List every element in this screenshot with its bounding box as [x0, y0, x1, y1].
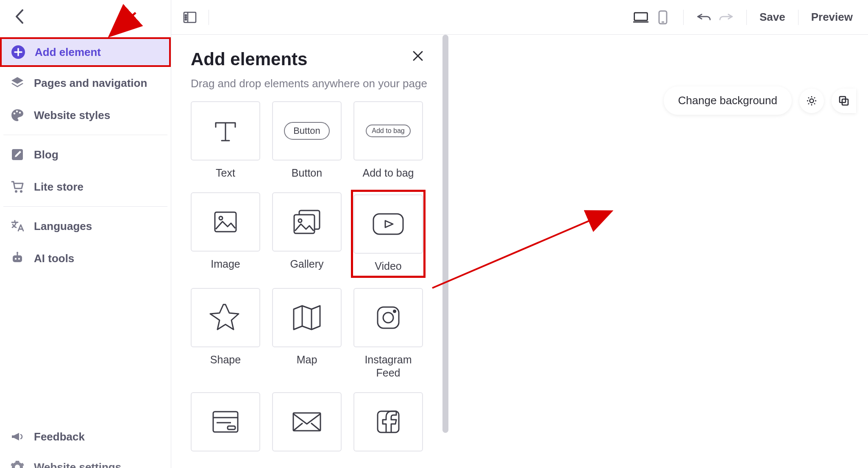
sidebar-item-pages[interactable]: Pages and navigation	[3, 67, 167, 99]
tile-preview	[191, 288, 260, 347]
tile-button[interactable]: Button Button	[272, 101, 342, 180]
canvas[interactable]: Change background	[442, 35, 868, 468]
back-button[interactable]	[12, 9, 27, 24]
tile-gallery[interactable]: Gallery	[272, 192, 342, 275]
panel-title: Add elements	[191, 49, 427, 69]
tile-map[interactable]: Map	[272, 288, 342, 380]
section-settings-button[interactable]	[799, 89, 824, 113]
sidebar-item-blog[interactable]: Blog	[3, 138, 167, 171]
close-panel-button[interactable]	[410, 48, 426, 64]
megaphone-icon	[10, 429, 25, 444]
sidebar-item-label: Pages and navigation	[34, 77, 147, 90]
tile-email[interactable]	[272, 392, 342, 451]
content: Add elements Drag and drop elements anyw…	[171, 35, 868, 468]
svg-point-14	[185, 17, 186, 18]
sidebar-item-ai-tools[interactable]: AI tools	[3, 242, 167, 274]
palette-icon	[10, 108, 25, 122]
layers-icon	[10, 76, 25, 90]
sidebar-item-add-element[interactable]: Add element	[0, 37, 171, 67]
canvas-toolbar: Change background	[664, 86, 856, 115]
svg-rect-25	[373, 214, 403, 234]
tile-form[interactable]	[191, 392, 260, 451]
robot-icon	[10, 251, 25, 266]
save-button[interactable]: Save	[755, 11, 790, 24]
undo-icon[interactable]	[696, 10, 712, 25]
mobile-icon[interactable]	[655, 10, 670, 25]
facebook-icon	[374, 408, 402, 436]
cart-icon	[10, 180, 25, 194]
svg-point-15	[185, 19, 186, 20]
desktop-icon[interactable]	[633, 10, 648, 25]
topbar-left	[182, 10, 209, 25]
email-icon	[290, 410, 324, 434]
scrollbar-thumb[interactable]	[442, 35, 448, 433]
tile-video[interactable]: Video	[351, 190, 426, 277]
history-group	[692, 10, 738, 25]
edit-square-icon	[10, 147, 25, 162]
sidebar-item-languages[interactable]: Languages	[3, 210, 167, 242]
map-icon	[290, 302, 323, 333]
sidebar-item-label: Feedback	[34, 430, 85, 443]
tile-image[interactable]: Image	[191, 192, 260, 275]
button-pill-icon: Button	[284, 122, 330, 140]
sidebar-bottom: Feedback Website settings	[0, 421, 171, 468]
topbar: Save Preview	[171, 0, 868, 35]
change-background-button[interactable]: Change background	[664, 86, 792, 115]
chevron-left-icon	[15, 9, 24, 24]
sidebar-item-label: Add element	[35, 46, 101, 59]
video-icon	[371, 211, 406, 237]
sidebar-item-label: Blog	[34, 148, 58, 161]
svg-rect-32	[228, 426, 235, 429]
tile-label: Map	[297, 353, 317, 366]
image-icon	[211, 207, 240, 237]
separator	[746, 10, 747, 25]
form-icon	[209, 408, 242, 435]
topbar-right: Save Preview	[629, 10, 857, 25]
panel-subtitle: Drag and drop elements anywhere on your …	[191, 77, 427, 90]
svg-rect-20	[215, 212, 236, 232]
svg-point-9	[18, 258, 20, 260]
tile-preview	[272, 192, 342, 252]
sidebar-nav: Add element Pages and navigation Website…	[0, 33, 171, 274]
add-elements-panel: Add elements Drag and drop elements anyw…	[171, 35, 442, 468]
sidebar-item-label: Website settings	[34, 461, 121, 468]
redo-icon[interactable]	[718, 10, 734, 25]
sidebar-item-label: Lite store	[34, 180, 83, 194]
sidebar-item-settings[interactable]: Website settings	[3, 452, 167, 468]
gear-icon	[10, 460, 25, 468]
tile-facebook[interactable]	[353, 392, 423, 451]
duplicate-section-button[interactable]	[832, 89, 856, 113]
sidebar-item-label: AI tools	[34, 252, 74, 265]
gear-icon	[806, 95, 818, 107]
plus-circle-icon	[11, 45, 25, 59]
svg-point-8	[15, 258, 17, 260]
tile-add-to-bag[interactable]: Add to bag Add to bag	[353, 101, 423, 180]
sidebar-top	[0, 0, 171, 33]
device-toggle	[629, 10, 675, 25]
tile-preview	[272, 392, 342, 451]
svg-point-6	[20, 190, 22, 193]
svg-point-28	[394, 310, 396, 312]
sidebar-item-styles[interactable]: Website styles	[3, 99, 167, 131]
tile-shape[interactable]: Shape	[191, 288, 260, 380]
tile-text[interactable]: Text	[191, 101, 260, 180]
layout-panel-icon[interactable]	[182, 10, 198, 25]
sidebar-item-label: Languages	[34, 220, 92, 233]
text-icon	[211, 116, 240, 146]
tile-instagram[interactable]: Instagram Feed	[353, 288, 423, 380]
svg-point-10	[17, 252, 18, 254]
elements-grid: Text Button Button Add to bag Add to bag	[191, 101, 427, 451]
sidebar-item-store[interactable]: Lite store	[3, 171, 167, 203]
svg-point-5	[15, 190, 17, 193]
separator	[209, 10, 209, 25]
sidebar-item-feedback[interactable]: Feedback	[3, 421, 167, 452]
copy-icon	[838, 95, 850, 107]
tile-preview	[353, 288, 423, 347]
tile-label: Shape	[210, 353, 241, 366]
svg-point-3	[19, 112, 21, 114]
tile-preview: Add to bag	[353, 101, 423, 161]
add-to-bag-pill-icon: Add to bag	[366, 125, 410, 137]
sidebar: Add element Pages and navigation Website…	[0, 0, 171, 468]
preview-button[interactable]: Preview	[807, 11, 857, 24]
tile-preview	[353, 194, 423, 254]
